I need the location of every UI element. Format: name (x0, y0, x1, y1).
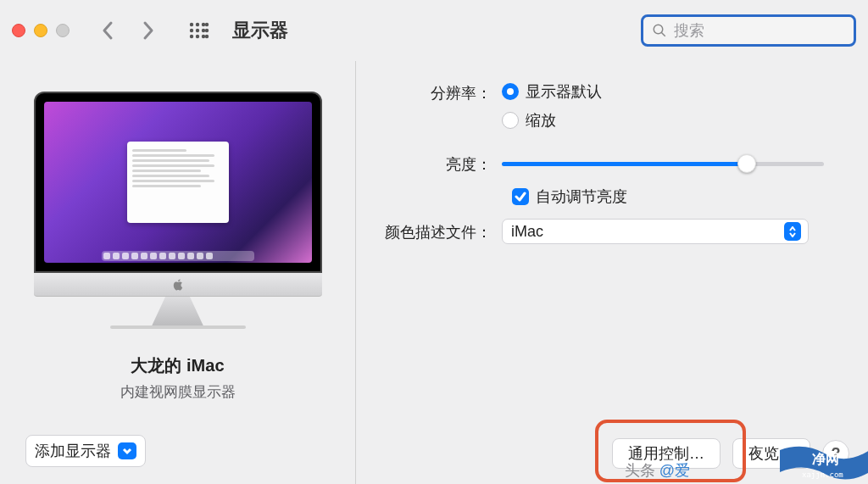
svg-point-7 (205, 29, 209, 32)
left-pane: 大龙的 iMac 内建视网膜显示器 添加显示器 (0, 61, 356, 484)
imac-foot (110, 325, 246, 329)
add-display-button[interactable]: 添加显示器 (25, 435, 146, 467)
dock (102, 251, 254, 261)
svg-line-13 (661, 32, 665, 36)
svg-point-1 (196, 23, 199, 26)
watermark-text: 头条 @爱 (625, 460, 690, 481)
brightness-label: 亮度： (356, 153, 502, 175)
right-pane: 分辨率： 显示器默认 缩放 亮度： (356, 61, 868, 484)
preview-window (127, 142, 229, 223)
grid-icon (189, 22, 209, 39)
radio-off-icon (502, 112, 519, 129)
device-name: 大龙的 iMac (131, 354, 224, 377)
desktop-wallpaper (44, 102, 312, 263)
page-title: 显示器 (232, 18, 288, 43)
auto-brightness-checkbox[interactable]: 自动调节亮度 (512, 186, 849, 207)
traffic-lights (12, 24, 70, 37)
auto-brightness-label: 自动调节亮度 (536, 186, 627, 207)
maximize-button[interactable] (56, 24, 70, 37)
resolution-scaled-option[interactable]: 缩放 (502, 110, 849, 131)
color-profile-label: 颜色描述文件： (356, 220, 502, 242)
svg-point-0 (190, 23, 193, 26)
add-display-label: 添加显示器 (35, 441, 111, 461)
radio-on-icon (502, 83, 519, 100)
resolution-default-label: 显示器默认 (526, 81, 602, 102)
resolution-scaled-label: 缩放 (526, 110, 556, 131)
back-button[interactable] (95, 18, 120, 43)
resolution-row: 分辨率： 显示器默认 缩放 (356, 81, 849, 131)
svg-point-12 (654, 25, 663, 34)
apple-logo-icon (173, 279, 183, 291)
display-preview (34, 92, 322, 329)
show-all-button[interactable] (186, 19, 212, 42)
imac-chin (34, 273, 322, 297)
chevron-up-icon (789, 226, 796, 231)
content: 大龙的 iMac 内建视网膜显示器 添加显示器 分辨率： 显示器默认 (0, 61, 868, 484)
window-root: 显示器 搜索 (0, 0, 868, 484)
svg-point-5 (196, 29, 199, 32)
device-subtitle: 内建视网膜显示器 (120, 382, 236, 402)
search-placeholder: 搜索 (674, 20, 704, 41)
toolbar: 显示器 搜索 (0, 0, 868, 61)
forward-button[interactable] (136, 18, 161, 43)
watermark-badge: 净网 xajjn.com (778, 445, 868, 484)
minimize-button[interactable] (34, 24, 47, 37)
brightness-row: 亮度： (356, 153, 849, 175)
svg-point-2 (202, 23, 205, 26)
svg-point-11 (205, 35, 209, 38)
search-icon (652, 23, 667, 38)
checkbox-on-icon (512, 188, 529, 205)
chevron-down-icon (122, 446, 132, 456)
svg-point-4 (190, 29, 193, 32)
color-profile-row: 颜色描述文件： iMac (356, 219, 849, 244)
svg-point-6 (202, 29, 205, 32)
badge-url: xajjn.com (802, 470, 843, 479)
color-profile-value: iMac (511, 223, 784, 241)
svg-point-8 (190, 35, 193, 38)
add-display-chevron (118, 442, 136, 459)
slider-fill (502, 162, 747, 166)
checkmark-icon (515, 191, 526, 203)
resolution-label: 分辨率： (356, 81, 502, 103)
imac-stand (147, 297, 209, 325)
svg-point-10 (202, 35, 205, 38)
chevron-left-icon (100, 20, 115, 41)
resolution-default-option[interactable]: 显示器默认 (502, 81, 849, 102)
svg-point-3 (205, 23, 209, 26)
select-arrows (784, 222, 801, 241)
chevron-right-icon (141, 20, 156, 41)
close-button[interactable] (12, 24, 25, 37)
badge-title: 净网 (812, 452, 839, 466)
chevron-down-icon (789, 232, 796, 237)
color-profile-select[interactable]: iMac (502, 219, 809, 244)
svg-point-9 (196, 35, 199, 38)
slider-knob (737, 154, 756, 173)
brightness-slider[interactable] (502, 155, 824, 172)
imac-screen (34, 92, 322, 273)
search-input[interactable]: 搜索 (641, 14, 856, 47)
nav-arrows (95, 18, 161, 43)
